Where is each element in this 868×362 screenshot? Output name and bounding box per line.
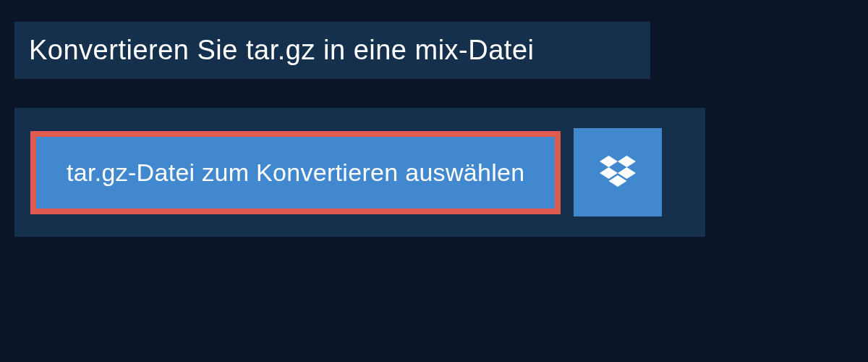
header-bar: Konvertieren Sie tar.gz in eine mix-Date… <box>14 22 650 79</box>
dropbox-icon <box>600 156 636 189</box>
main-container: Konvertieren Sie tar.gz in eine mix-Date… <box>0 0 868 258</box>
upload-panel: tar.gz-Datei zum Konvertieren auswählen <box>14 108 705 237</box>
page-title: Konvertieren Sie tar.gz in eine mix-Date… <box>29 35 535 66</box>
dropbox-button[interactable] <box>574 128 662 216</box>
select-file-button[interactable]: tar.gz-Datei zum Konvertieren auswählen <box>36 137 555 209</box>
select-button-highlight: tar.gz-Datei zum Konvertieren auswählen <box>30 131 561 214</box>
